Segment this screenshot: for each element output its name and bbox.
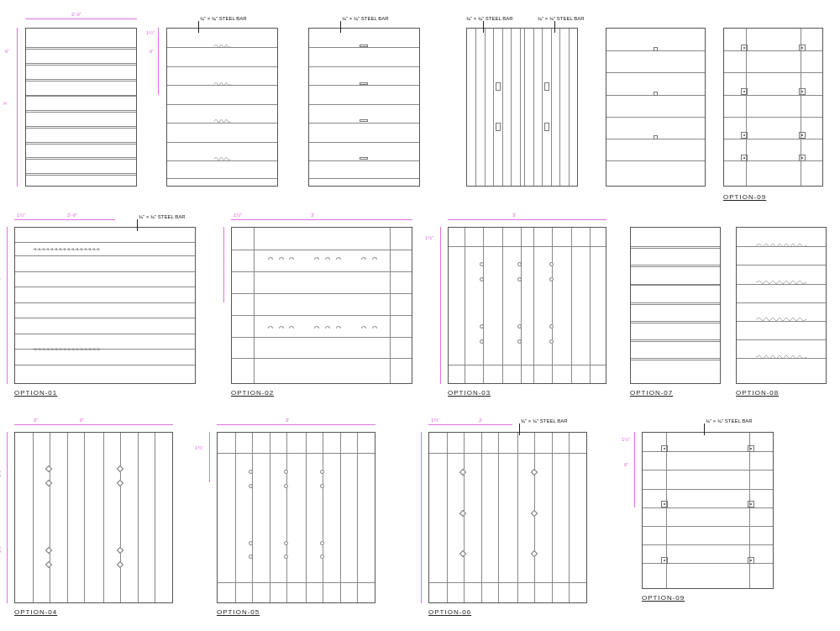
note-r1c3: ¾" × ¾" STEEL BAR	[342, 16, 389, 21]
dim-r1c2-g2: 6"	[150, 49, 154, 54]
dim-r1c1-left	[17, 28, 18, 187]
dim-r1c1-top	[25, 18, 137, 19]
label-option-09-bottom: OPTION-09	[642, 594, 685, 602]
dim-opt06-left	[421, 432, 422, 603]
dim-opt04-h1: 1½"	[0, 469, 2, 477]
label-option-08: OPTION-08	[736, 389, 779, 397]
panel-option-02	[231, 227, 412, 384]
panel-option-04	[14, 432, 173, 603]
dim-opt02-top	[231, 219, 412, 220]
note-opt06: ¾" × ¾" STEEL BAR	[521, 418, 568, 423]
label-option-07: OPTION-07	[630, 389, 673, 397]
leader-r1c2	[198, 21, 199, 33]
dim-opt01-w1: 1½"	[17, 213, 25, 218]
dim-opt03-h1: 1½"	[425, 235, 433, 240]
label-option-01: OPTION-01	[14, 389, 57, 397]
dim-opt04-h2: 1½"	[0, 544, 2, 553]
dim-r1c1-width: 2'-9"	[71, 12, 81, 17]
dim-r1c2-g1: 1½"	[146, 30, 155, 35]
dim-opt05-w: 3'	[286, 418, 289, 423]
note-opt01: ¾" × ¾" STEEL BAR	[139, 214, 186, 219]
dim-opt04-w1: 2"	[34, 418, 38, 423]
panel-option-07	[630, 227, 721, 384]
dim-opt01-left	[7, 227, 8, 384]
dim-opt04-left	[7, 432, 8, 603]
leader-r1c3	[340, 21, 341, 33]
dim-opt01-w2: 2'-9"	[67, 213, 77, 218]
dim-opt01-top	[14, 219, 115, 220]
leader-r1c4b	[554, 21, 555, 33]
note-r1c2: ¾" × ¾" STEEL BAR	[200, 16, 247, 21]
dim-opt09b-left	[634, 432, 635, 507]
panel-r1c6	[723, 28, 823, 187]
dim-opt05-h: 1½"	[195, 445, 203, 450]
dim-r1c2-left	[158, 28, 159, 95]
label-option-09-top: OPTION-09	[723, 193, 766, 201]
panel-r1c5	[606, 28, 706, 187]
panel-r1c4	[466, 28, 578, 187]
dim-opt06-w2: 2'	[479, 418, 482, 423]
panel-option-01: ❧❧❧❧❧❧❧❧❧❧❧❧❧❧❧❧ ❧❧❧❧❧❧❧❧❧❧❧❧❧❧❧❧	[14, 227, 196, 384]
label-option-05: OPTION-05	[217, 608, 260, 616]
dim-opt09b-g2: 6"	[624, 462, 628, 467]
panel-option-08	[736, 227, 827, 384]
dim-opt06-top	[428, 424, 512, 425]
panel-option-05	[217, 432, 375, 603]
note-opt09b: ¾" × ¾" STEEL BAR	[706, 418, 753, 423]
dim-opt04-w2: 6"	[80, 418, 84, 423]
dim-r1c1-total: 3'	[3, 102, 8, 105]
panel-r1c2	[166, 28, 278, 187]
panel-option-09-bottom	[642, 432, 774, 589]
dim-opt02-w2: 3'	[311, 213, 314, 218]
label-option-03: OPTION-03	[448, 389, 491, 397]
dim-r1c1-gap: 6"	[5, 49, 9, 54]
dim-opt09b-g1: 1½"	[622, 437, 630, 442]
dim-opt03-top	[448, 219, 606, 220]
panel-r1c3	[308, 28, 420, 187]
note-r1c4b: ¾" × ¾" STEEL BAR	[538, 16, 585, 21]
panel-option-03	[448, 227, 606, 384]
leader-r1c4a	[483, 21, 484, 33]
label-option-06: OPTION-06	[428, 608, 471, 616]
label-option-02: OPTION-02	[231, 389, 274, 397]
dim-opt03-left	[440, 227, 441, 384]
leader-opt01	[137, 219, 138, 231]
dim-opt05-left	[209, 432, 210, 482]
panel-r1c1	[25, 28, 137, 187]
dim-opt01-h: 6"	[0, 277, 1, 282]
dim-opt04-top	[14, 424, 173, 425]
note-r1c4a: ¾" × ¾" STEEL BAR	[466, 16, 513, 21]
dim-opt06-w1: 1½"	[431, 418, 439, 423]
panel-option-06	[428, 432, 587, 603]
leader-opt09b	[704, 423, 705, 435]
dim-opt03-w: 3'	[512, 213, 516, 218]
dim-opt02-left	[223, 227, 224, 302]
leader-opt06	[519, 423, 520, 435]
dim-opt05-top	[217, 424, 375, 425]
dim-opt02-w1: 1½"	[234, 213, 242, 218]
label-option-04: OPTION-04	[14, 608, 57, 616]
